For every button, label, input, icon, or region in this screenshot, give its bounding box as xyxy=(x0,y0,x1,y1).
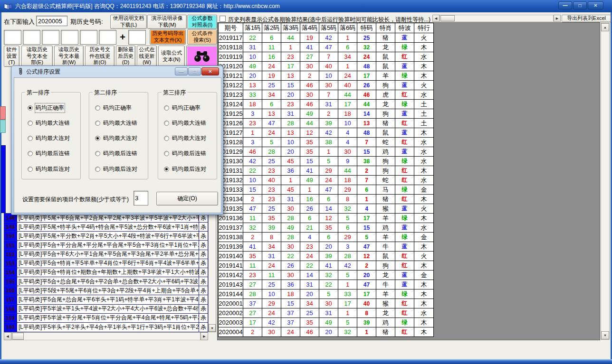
formula-row[interactable]: 150[L平码类]平5尾+平分数+平2肖+平5大小+平4段+特波+平6行+平6半… xyxy=(4,232,208,241)
table-row[interactable]: 2019117226441942125猪蓝火 xyxy=(219,33,434,43)
radio-option[interactable]: 码均最后连对 xyxy=(164,165,206,173)
radio-button[interactable] xyxy=(28,151,33,156)
close-button[interactable]: ✕ xyxy=(588,1,603,9)
number-box-2[interactable] xyxy=(23,30,40,45)
read-formula-text-button[interactable]: 读取公式 文本(N) xyxy=(158,46,185,67)
table-row[interactable]: 20191294628203513015鸡蓝水 xyxy=(219,147,434,157)
formula-row[interactable]: 160[L平码类]平5半头+平2半头+平4合+平1半头+平1行+平3码+平1肖位… xyxy=(4,323,208,332)
radio-button[interactable] xyxy=(95,151,100,156)
formula-hscrollbar-thumb[interactable] xyxy=(12,333,24,340)
formula-row[interactable]: 159[L平码类]平5半波+平分尾+平5肖位+平分合尾+平4合尾+特尾+平5码+… xyxy=(4,314,208,323)
number-box-3[interactable] xyxy=(42,30,59,45)
table-row[interactable]: 20191422311301432520龙蓝金 xyxy=(219,271,434,280)
radio-button[interactable] xyxy=(164,136,169,141)
formula-vscrollbar[interactable]: ▼ xyxy=(208,213,216,332)
table-row[interactable]: 2019138282846295羊绿金 xyxy=(219,233,434,242)
hidden-left-button-pink[interactable] xyxy=(0,106,6,120)
table-row[interactable]: 2019125313314921814狗蓝土 xyxy=(219,109,434,119)
radio-option[interactable]: 码均最大连错 xyxy=(95,119,137,127)
table-row[interactable]: 202000137291534301740猴红木 xyxy=(219,299,434,308)
radio-option[interactable]: 码均最大连错 xyxy=(28,119,70,127)
table-row[interactable]: 20191241862346311744龙绿土 xyxy=(219,100,434,109)
ok-button[interactable]: 确定(O) xyxy=(156,192,218,205)
radio-option[interactable]: 码均正确率 xyxy=(164,104,201,112)
minimize-button[interactable]: — xyxy=(558,1,572,9)
formula-hscrollbar[interactable] xyxy=(11,332,201,340)
history-scroll-down-icon[interactable]: ▼ xyxy=(601,331,609,339)
radio-button[interactable] xyxy=(164,105,169,111)
table-row[interactable]: 20191233334203074446虎红水 xyxy=(219,90,434,100)
condition-search-button[interactable]: 公式条件 搜索(S) xyxy=(187,29,217,45)
radio-option[interactable]: 码均最后连错 xyxy=(28,150,70,158)
table-row[interactable]: 20191283510353847蛇红水 xyxy=(219,138,434,147)
radio-button[interactable] xyxy=(28,167,33,172)
show-verify-checkbox[interactable] xyxy=(220,16,226,22)
hidden-left-button-teal[interactable] xyxy=(0,120,6,133)
formula-param-button[interactable]: 公式参数 对照表(I) xyxy=(187,15,217,29)
radio-option[interactable]: 码均正确率 xyxy=(28,104,64,112)
radio-button[interactable] xyxy=(164,121,169,126)
top-scroll-left-arrow-icon[interactable]: ◀ xyxy=(432,15,440,22)
table-row[interactable]: 2019132104014924187蛇红水 xyxy=(219,176,434,185)
formula-scroll-down-icon[interactable]: ▼ xyxy=(209,324,216,332)
formula-row[interactable]: 156[L平码类]平5段+平5尾+平6肖位+平3合+平2段+平4肖+上期合+平5… xyxy=(4,286,208,295)
formula-row[interactable]: 155[L平码类]平5合+总合尾+平6合+平2合单+总合数+平2大小+平6码+平… xyxy=(4,277,208,286)
radio-option[interactable]: 码均最大连对 xyxy=(164,135,206,142)
number-box-4[interactable] xyxy=(61,30,78,45)
history-file-update-button[interactable]: 历史号文 件在线更 新(O) xyxy=(85,46,115,67)
delete-last-history-button[interactable]: 删除最 后历史 (D) xyxy=(116,46,135,67)
formula-row[interactable]: 157[L平码类]平5合尾+总合尾+平6半头+平1码+特半单+平3肖+平1半波+… xyxy=(4,295,208,304)
table-row[interactable]: 20191373239492135615鸡蓝水 xyxy=(219,223,434,233)
limit-input[interactable] xyxy=(134,191,148,205)
table-row[interactable]: 2019130422545155938狗绿水 xyxy=(219,157,434,166)
formula-row[interactable]: 152[L平码类]平5合+平6大小+平1合尾+平5合尾+平3合尾+平2半单+总分… xyxy=(4,250,208,259)
table-row[interactable]: 2019127124131242448鼠蓝木 xyxy=(219,128,434,138)
table-row[interactable]: 2020002272437253118龙红水 xyxy=(219,308,434,318)
demo-download-button[interactable]: 演示说明录像 下载(M) xyxy=(147,15,187,29)
dialog-minimize-button[interactable]: — xyxy=(175,67,188,75)
table-row[interactable]: 201912623472844391013猪红土 xyxy=(219,119,434,128)
formula-row[interactable]: 149[L平码类]平5尾+特半头+平4码+特合尾+平5波+总分数+平6波+平1肖… xyxy=(4,223,208,232)
maximize-button[interactable]: □ xyxy=(573,1,587,9)
dialog-maximize-button[interactable]: □ xyxy=(188,67,201,75)
table-row[interactable]: 20191204924173040148鼠蓝木 xyxy=(219,62,434,71)
radio-button[interactable] xyxy=(164,167,169,172)
table-row[interactable]: 20191394134302320347牛蓝木 xyxy=(219,242,434,252)
table-row[interactable]: 2019118311114147632龙绿木 xyxy=(219,43,434,52)
table-row[interactable]: 20191312223364129442狗红木 xyxy=(219,166,434,176)
table-row[interactable]: 20191411124262241422狗红木 xyxy=(219,261,434,271)
doc-download-button[interactable]: 使用说明文档 下载(L) xyxy=(110,15,147,29)
table-row[interactable]: 20191342233116681猪红木 xyxy=(219,195,434,204)
formula-row[interactable]: 151[L平码类]平5合+平分合尾+平分尾+平合尾+平5合+平3肖位+平1肖位+… xyxy=(4,241,208,250)
number-box-6[interactable] xyxy=(99,30,116,45)
radio-option[interactable]: 码均最大连对 xyxy=(95,135,137,142)
formula-online-update-button[interactable]: 公式在 线更新 (W) xyxy=(137,46,157,67)
table-row[interactable]: 20191432725363122147牛蓝木 xyxy=(219,280,434,289)
radio-option[interactable]: 码均最后连错 xyxy=(164,150,206,158)
radio-button[interactable] xyxy=(95,167,100,172)
read-history-all-button[interactable]: 读取历史 号文本全 部(E) xyxy=(21,46,53,67)
radio-button[interactable] xyxy=(28,105,33,111)
table-row[interactable]: 20191191016232773424鼠红水 xyxy=(219,52,434,62)
radio-option[interactable]: 码均正确率 xyxy=(95,104,132,112)
number-box-1[interactable] xyxy=(4,30,21,45)
export-excel-button[interactable]: 导出列表到Excel xyxy=(562,15,611,22)
table-row[interactable]: 201912213251546304026狗蓝火 xyxy=(219,81,434,90)
table-row[interactable]: 201914035312224392812鼠红火 xyxy=(219,252,434,261)
number-box-5[interactable] xyxy=(80,30,97,45)
history-scroll-up-icon[interactable]: ▲ xyxy=(601,23,609,31)
table-row[interactable]: 20191354725302614324猴蓝火 xyxy=(219,204,434,214)
table-row[interactable]: 2019136113528612517羊绿木 xyxy=(219,214,434,223)
search-run-button[interactable] xyxy=(186,46,218,67)
radio-option[interactable]: 码均最大连对 xyxy=(28,135,70,142)
dialog-close-button[interactable]: ✕ xyxy=(201,67,219,75)
table-row[interactable]: 20191212019132102417羊绿木 xyxy=(219,71,434,81)
formula-row[interactable]: 153[L平码类]平5合+特肖+平5半单+平4肖位+平6行+平6肖+平4波+平6… xyxy=(4,259,208,268)
radio-button[interactable] xyxy=(95,121,100,126)
formula-row[interactable]: 158[L平码类]平5半波+平1头+平4波+平2大小+平4大小+平6波+总合数+… xyxy=(4,305,208,314)
read-history-latest-button[interactable]: 读取历史 号文本最 新(W) xyxy=(54,46,84,67)
export-history-button[interactable]: 历史号码导出 文本文件(X) xyxy=(150,29,186,45)
radio-button[interactable] xyxy=(95,136,100,141)
special-number-box[interactable] xyxy=(128,30,146,45)
table-row[interactable]: 2020004230244620321猪红木 xyxy=(219,327,434,337)
